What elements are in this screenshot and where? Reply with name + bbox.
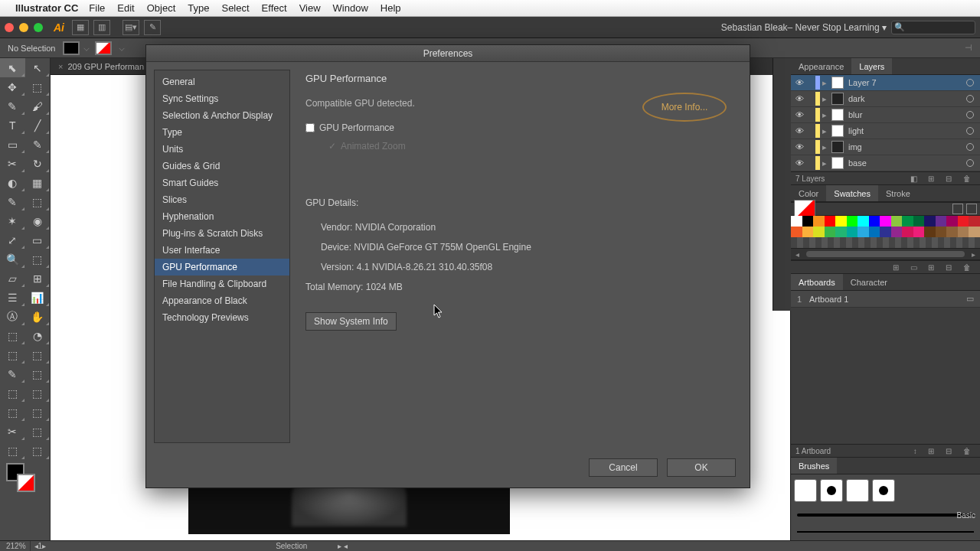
tool-34[interactable]: ⬚ [0, 383, 25, 403]
target-icon[interactable] [966, 159, 974, 167]
swatch[interactable] [958, 216, 969, 227]
swatch[interactable] [869, 227, 880, 237]
minimize-window-button[interactable] [19, 23, 28, 32]
swatch[interactable] [913, 227, 925, 237]
visibility-toggle-icon[interactable]: 👁 [794, 77, 805, 88]
tool-8[interactable]: ▭ [0, 135, 25, 154]
collapsed-panel-strip[interactable] [773, 58, 791, 311]
swatch[interactable] [847, 227, 858, 237]
layer-row[interactable]: 👁▸blur [791, 107, 980, 123]
swatch[interactable] [902, 216, 913, 227]
tool-19[interactable]: ▭ [25, 230, 51, 249]
tab-swatches[interactable]: Swatches [826, 185, 878, 201]
pref-category-smart-guides[interactable]: Smart Guides [155, 174, 289, 191]
pref-category-type[interactable]: Type [155, 124, 289, 141]
pref-category-selection-anchor-display[interactable]: Selection & Anchor Display [155, 107, 289, 124]
app-name[interactable]: Illustrator CC [15, 2, 78, 14]
tool-2[interactable]: ✥ [0, 77, 25, 96]
options-overflow-button[interactable]: ⊣ [965, 43, 972, 53]
menu-object[interactable]: Object [147, 2, 176, 14]
tool-40[interactable]: ⬚ [0, 441, 25, 460]
artboard-row[interactable]: 1 Artboard 1 ▭ [791, 291, 980, 308]
tool-24[interactable]: ☰ [0, 288, 25, 307]
visibility-toggle-icon[interactable]: 👁 [794, 158, 805, 168]
swatch[interactable] [969, 227, 980, 237]
pref-category-hyphenation[interactable]: Hyphenation [155, 208, 289, 225]
tab-appearance[interactable]: Appearance [791, 58, 851, 74]
tool-36[interactable]: ⬚ [0, 403, 25, 422]
menu-file[interactable]: File [89, 2, 105, 14]
target-icon[interactable] [966, 79, 974, 86]
visibility-toggle-icon[interactable]: 👁 [794, 142, 805, 152]
tool-5[interactable]: 🖌 [25, 96, 51, 116]
workspace-switcher[interactable]: Sebastian Bleak– Never Stop Learning ▾ [721, 22, 887, 33]
swatch[interactable] [791, 227, 802, 237]
layer-row[interactable]: 👁▸light [791, 123, 980, 139]
swatch[interactable] [813, 227, 825, 237]
tool-30[interactable]: ⬚ [0, 345, 25, 364]
tool-22[interactable]: ▱ [0, 269, 25, 288]
tab-character[interactable]: Character [843, 274, 895, 290]
swatch[interactable] [936, 227, 947, 237]
stroke-color-box[interactable] [17, 474, 35, 492]
fill-swatch[interactable] [63, 41, 80, 55]
tool-37[interactable]: ⬚ [25, 403, 51, 422]
target-icon[interactable] [966, 111, 974, 119]
pref-category-general[interactable]: General [155, 73, 289, 90]
visibility-toggle-icon[interactable]: 👁 [794, 93, 805, 104]
stroke-swatch[interactable] [95, 41, 112, 55]
swatch[interactable] [835, 216, 847, 227]
swatch[interactable] [847, 216, 858, 227]
show-system-info-button[interactable]: Show System Info [305, 312, 397, 331]
menu-select[interactable]: Select [221, 2, 249, 14]
tool-29[interactable]: ◔ [25, 326, 51, 345]
tool-12[interactable]: ◐ [0, 173, 25, 192]
zoom-field[interactable]: 212% [6, 542, 26, 550]
status-scroll-left-icon[interactable]: ▸ ◂ [338, 542, 348, 550]
swatch[interactable] [958, 227, 969, 237]
swatch[interactable] [946, 227, 958, 237]
pref-category-appearance-of-black[interactable]: Appearance of Black [155, 292, 289, 309]
document-tab[interactable]: × 209 GPU Performan [51, 58, 152, 75]
brush-thumb[interactable] [846, 479, 869, 502]
swatch[interactable] [802, 216, 814, 227]
swatch[interactable] [858, 227, 869, 237]
brush-stroke-preview[interactable] [797, 514, 974, 517]
swatch[interactable] [891, 227, 903, 237]
arrange-documents-button[interactable]: ▦ [72, 20, 89, 35]
swatch[interactable] [924, 216, 936, 227]
swatch[interactable] [880, 216, 891, 227]
brush-thumb[interactable] [794, 479, 817, 502]
ok-button[interactable]: OK [667, 458, 736, 477]
pref-category-guides-grid[interactable]: Guides & Grid [155, 158, 289, 174]
swatch[interactable] [913, 216, 925, 227]
tool-26[interactable]: Ⓐ [0, 307, 25, 326]
layer-row[interactable]: 👁▸dark [791, 91, 980, 107]
tool-28[interactable]: ⬚ [0, 326, 25, 345]
swatch[interactable] [969, 216, 980, 227]
swatches-grid[interactable] [791, 216, 980, 237]
swatch[interactable] [813, 216, 825, 227]
swatch[interactable] [835, 227, 847, 237]
tool-3[interactable]: ⬚ [25, 77, 51, 96]
close-tab-icon[interactable]: × [58, 62, 63, 71]
swatch-pattern-row[interactable] [791, 237, 980, 248]
tool-9[interactable]: ✎ [25, 135, 51, 154]
artboard-options-icon[interactable]: ▭ [966, 294, 974, 304]
tool-27[interactable]: ✋ [25, 307, 51, 326]
tool-6[interactable]: T [0, 116, 25, 135]
tool-25[interactable]: 📊 [25, 288, 51, 307]
swatch[interactable] [891, 216, 903, 227]
target-icon[interactable] [966, 127, 974, 135]
tool-11[interactable]: ↻ [25, 154, 51, 173]
tool-10[interactable]: ✂ [0, 154, 25, 173]
tab-artboards[interactable]: Artboards [791, 274, 843, 290]
layer-row[interactable]: 👁▸Layer 7 [791, 75, 980, 91]
swatch[interactable] [946, 216, 958, 227]
tool-0[interactable]: ⬉ [0, 58, 25, 77]
cancel-button[interactable]: Cancel [589, 458, 658, 477]
tool-38[interactable]: ✂ [0, 422, 25, 441]
disclosure-triangle-icon[interactable]: ▸ [822, 78, 830, 88]
disclosure-triangle-icon[interactable]: ▸ [822, 142, 830, 152]
pref-category-user-interface[interactable]: User Interface [155, 242, 289, 259]
